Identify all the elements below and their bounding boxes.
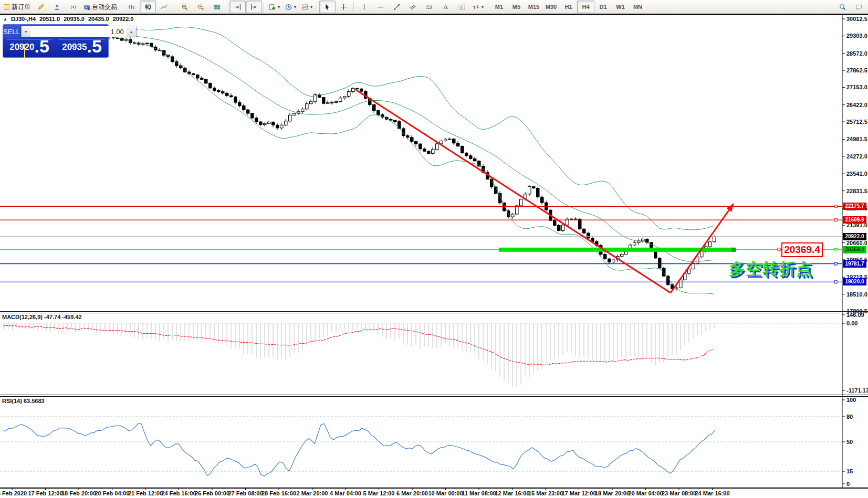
fibonacci-button[interactable]: F <box>421 1 437 13</box>
tile-windows-button[interactable] <box>209 1 225 13</box>
zoomout-icon <box>197 4 204 10</box>
volume-stepper: ▼ ▲ <box>21 26 137 37</box>
toolbar-separator <box>174 2 175 12</box>
turning-point-annotation: 多空转折点 <box>729 258 813 280</box>
svg-text:27 Feb 08:00: 27 Feb 08:00 <box>228 490 263 496</box>
autotrade-icon <box>83 4 90 10</box>
chevron-down-icon: ▾ <box>278 5 280 9</box>
text-button[interactable]: A <box>437 1 454 13</box>
neworder-icon <box>3 4 10 10</box>
toolbar-separator <box>121 2 122 12</box>
collapse-panel-icon[interactable]: ▲ <box>3 17 7 22</box>
svg-text:23 Mar 08:00: 23 Mar 08:00 <box>662 490 696 496</box>
channel-icon <box>410 4 416 10</box>
svg-text:18 Feb 20:00: 18 Feb 20:00 <box>61 490 96 496</box>
tf-h4[interactable]: H4 <box>577 1 594 13</box>
rsi-axis[interactable]: 1008050150 <box>842 397 856 487</box>
tf-m30[interactable]: M30 <box>542 1 560 13</box>
arrows-icon <box>473 4 479 10</box>
buy-price-main: 20935 <box>62 40 87 54</box>
chart-area[interactable]: 30012.529303.028572.027862.527153.026422… <box>0 0 868 498</box>
cursor-button[interactable] <box>319 1 336 13</box>
line-icon <box>161 4 168 10</box>
svg-text:25712.5: 25712.5 <box>846 119 867 125</box>
indicators-icon <box>269 4 276 10</box>
cursor-icon <box>324 4 331 10</box>
horizontal-level-lines[interactable] <box>0 205 842 283</box>
svg-text:23541.0: 23541.0 <box>846 171 867 177</box>
buy-button[interactable]: BUY <box>138 25 152 38</box>
bar-low: 20435.0 <box>88 16 109 22</box>
indicators-button[interactable]: ▾ <box>266 1 283 13</box>
tf-m15[interactable]: M15 <box>525 1 542 13</box>
price-axis[interactable]: 30012.529303.028572.027862.527153.026422… <box>842 16 867 314</box>
candle-icon <box>144 4 151 10</box>
indicator-gridlines <box>0 323 842 471</box>
bar-icon <box>128 4 135 10</box>
support-price-label: 20369.4 <box>781 242 823 257</box>
tf-d1[interactable]: D1 <box>594 1 612 13</box>
bar-close: 20922.0 <box>113 16 134 22</box>
buy-divider <box>59 39 105 39</box>
toolbar-separator <box>353 2 354 12</box>
candle-chart-button[interactable] <box>140 1 156 13</box>
sell-button[interactable]: SELL <box>3 25 20 38</box>
auto-scroll-button[interactable] <box>229 1 246 13</box>
tf-m5[interactable]: M5 <box>508 1 525 13</box>
tf-mn[interactable]: MN <box>629 1 646 13</box>
text-cursor-line <box>24 44 25 58</box>
bar-chart-button[interactable] <box>123 1 140 13</box>
chevron-down-icon: ▾ <box>310 5 312 9</box>
svg-text:0.00: 0.00 <box>846 320 857 326</box>
crosshair-icon <box>340 4 347 10</box>
label-button[interactable]: T <box>454 1 470 13</box>
hline-icon <box>377 4 384 10</box>
arrows-button[interactable]: ▾ <box>470 1 486 13</box>
zoom-out-button[interactable] <box>193 1 209 13</box>
chat-button[interactable] <box>851 1 867 13</box>
volume-input[interactable] <box>30 26 127 37</box>
svg-text:20 Feb 04:00: 20 Feb 04:00 <box>95 490 129 496</box>
channel-button[interactable] <box>405 1 421 13</box>
trend-arrows[interactable] <box>355 89 734 293</box>
svg-text:29303.0: 29303.0 <box>846 33 867 39</box>
svg-text:2 Mar 20:00: 2 Mar 20:00 <box>297 490 328 496</box>
tiles-icon <box>214 4 221 10</box>
search-button[interactable] <box>834 1 851 13</box>
time-axis[interactable]: 4 Feb 202017 Feb 12:0018 Feb 20:0020 Feb… <box>0 488 730 496</box>
svg-text:5 Mar 12:00: 5 Mar 12:00 <box>363 490 395 496</box>
volume-increase-button[interactable]: ▲ <box>127 26 136 37</box>
svg-text:6 Mar 20:00: 6 Mar 20:00 <box>396 490 428 496</box>
toolbar-separator <box>317 2 318 12</box>
toolbar-separator <box>264 2 265 12</box>
market-button[interactable] <box>49 1 65 13</box>
svg-text:24 Feb 16:00: 24 Feb 16:00 <box>161 490 196 496</box>
price-badge: 22175.7 <box>843 203 866 210</box>
metaeditor-button[interactable] <box>33 1 49 13</box>
templates-button[interactable]: ▾ <box>299 1 315 13</box>
toolbar-button-label: 新订单 <box>12 3 30 12</box>
zoom-in-button[interactable] <box>176 1 193 13</box>
volume-decrease-button[interactable]: ▼ <box>22 26 30 37</box>
autotrading-button[interactable]: 自动交易 <box>81 1 119 13</box>
svg-text:20660.0: 20660.0 <box>846 240 867 246</box>
line-chart-button[interactable] <box>156 1 172 13</box>
macd-axis[interactable]: 146.090.00-1171.13 <box>842 312 868 394</box>
pencil-icon <box>37 4 44 10</box>
vline-button[interactable] <box>356 1 372 13</box>
hline-button[interactable] <box>372 1 389 13</box>
buy-price[interactable]: 20935 .5 <box>56 38 108 55</box>
sell-price[interactable]: 20920 .5 <box>3 38 56 55</box>
chat-icon <box>855 4 862 10</box>
tf-w1[interactable]: W1 <box>612 1 629 13</box>
signals-button[interactable] <box>65 1 81 13</box>
crosshair-button[interactable] <box>336 1 352 13</box>
price-badge: 19781.7 <box>843 260 866 268</box>
periods-button[interactable]: ▾ <box>283 1 299 13</box>
trendline-button[interactable] <box>389 1 405 13</box>
bollinger-middle <box>13 34 714 261</box>
new-order-button[interactable]: 新订单 <box>1 1 33 13</box>
chart-shift-button[interactable] <box>246 1 262 13</box>
tf-m1[interactable]: M1 <box>490 1 508 13</box>
tf-h1[interactable]: H1 <box>560 1 577 13</box>
